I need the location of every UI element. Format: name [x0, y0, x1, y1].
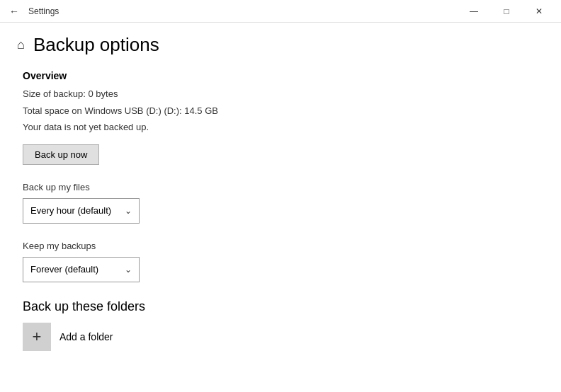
folders-title: Back up these folders [23, 299, 538, 314]
add-folder-label: Add a folder [60, 331, 113, 342]
title-bar: ← Settings — □ ✕ [0, 0, 561, 23]
close-button[interactable]: ✕ [523, 0, 555, 23]
size-text: Size of backup: 0 bytes [23, 87, 538, 101]
content-area: Overview Size of backup: 0 bytes Total s… [0, 64, 561, 362]
maximize-button[interactable]: □ [490, 0, 523, 23]
backup-now-button[interactable]: Back up now [23, 144, 99, 165]
keep-backups-chevron-icon: ⌄ [125, 265, 132, 275]
keep-backups-value: Forever (default) [30, 264, 98, 275]
title-bar-controls: — □ ✕ [458, 0, 555, 23]
backup-files-section: Back up my files Every hour (default) ⌄ [23, 182, 538, 224]
status-text: Your data is not yet backed up. [23, 120, 538, 134]
minimize-button[interactable]: — [458, 0, 490, 23]
backup-files-chevron-icon: ⌄ [125, 206, 132, 216]
backup-files-dropdown[interactable]: Every hour (default) ⌄ [23, 198, 140, 224]
keep-backups-label: Keep my backups [23, 241, 538, 251]
folders-section: Back up these folders + Add a folder [23, 299, 538, 351]
space-text: Total space on Windows USB (D:) (D:): 14… [23, 104, 538, 118]
backup-files-label: Back up my files [23, 182, 538, 192]
overview-heading: Overview [23, 70, 538, 81]
page-header: ⌂ Backup options [0, 23, 561, 64]
add-folder-button[interactable]: + [23, 323, 51, 351]
keep-backups-dropdown[interactable]: Forever (default) ⌄ [23, 257, 140, 282]
home-icon[interactable]: ⌂ [17, 38, 25, 52]
title-bar-back-icon[interactable]: ← [6, 3, 23, 20]
page-title: Backup options [33, 34, 159, 56]
keep-backups-section: Keep my backups Forever (default) ⌄ [23, 241, 538, 282]
overview-section: Overview Size of backup: 0 bytes Total s… [23, 70, 538, 165]
title-bar-left: ← Settings [6, 3, 59, 20]
backup-files-value: Every hour (default) [30, 205, 111, 216]
add-folder-row[interactable]: + Add a folder [23, 323, 538, 351]
title-bar-title: Settings [28, 6, 59, 16]
